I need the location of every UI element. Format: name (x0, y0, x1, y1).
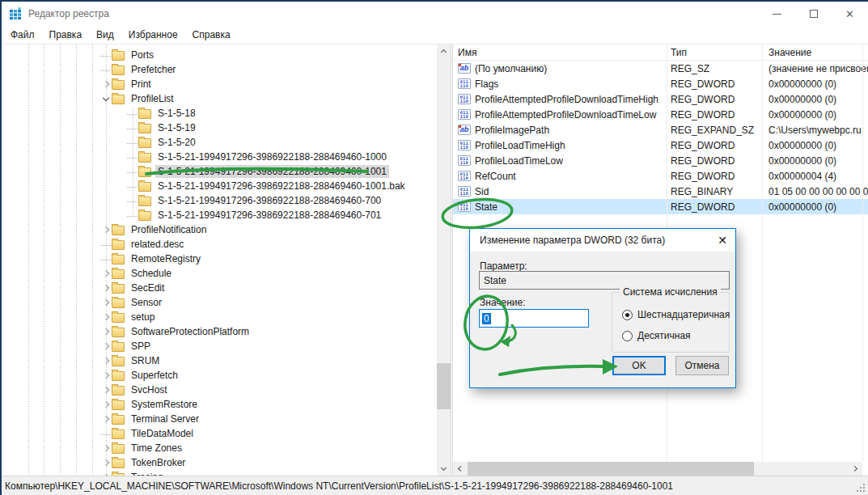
chevron-right-icon[interactable] (100, 384, 112, 396)
value-row[interactable]: 011110SidREG_BINARY01 05 00 00 00 00 00 … (453, 184, 868, 199)
chevron-right-icon[interactable] (100, 341, 112, 352)
value-type: REG_DWORD (667, 94, 762, 105)
tree-item[interactable]: SecEdit (2, 281, 437, 295)
chevron-right-icon[interactable] (100, 268, 112, 279)
tree-item-label: TokenBroker (129, 456, 188, 469)
menu-help[interactable]: Справка (185, 28, 238, 42)
tree-item[interactable]: ProfileList (2, 91, 437, 106)
tree-item[interactable]: SystemRestore (2, 397, 437, 412)
column-header-name[interactable]: Имя (453, 47, 667, 58)
menu-view[interactable]: Вид (89, 28, 121, 42)
chevron-right-icon[interactable] (100, 326, 112, 337)
folder-icon (112, 226, 125, 235)
scroll-left-icon[interactable] (453, 462, 467, 476)
list-horizontal-scrollbar[interactable] (453, 462, 862, 476)
column-header-value[interactable]: Значение (762, 47, 868, 58)
tree-item[interactable]: ProfileNotification (2, 222, 437, 237)
column-separator[interactable] (862, 44, 863, 462)
tree-item[interactable]: S-1-5-20 (2, 135, 437, 150)
value-row[interactable]: 011110ProfileAttemptedProfileDownloadTim… (453, 91, 868, 107)
chevron-right-icon[interactable] (100, 399, 112, 410)
value-row[interactable]: ab(По умолчанию)REG_SZ(значение не присв… (453, 61, 868, 76)
scroll-right-icon[interactable] (849, 462, 862, 476)
tree-item[interactable]: TileDataModel (2, 426, 437, 441)
tree-item[interactable]: S-1-5-21-1994917296-3986922188-288469460… (2, 150, 437, 164)
value-input[interactable]: 0 (479, 309, 589, 328)
chevron-right-icon[interactable] (100, 442, 112, 454)
tree-item[interactable]: SvcHost (2, 383, 437, 397)
tree-item-label: SecEdit (129, 281, 167, 294)
menu-file[interactable]: Файл (3, 28, 42, 42)
value-type: REG_DWORD (667, 171, 762, 182)
value-name: ProfileAttemptedProfileDownloadTimeLow (475, 109, 656, 121)
chevron-right-icon[interactable] (100, 413, 112, 425)
scrollbar-thumb[interactable] (468, 462, 754, 476)
value-row[interactable]: 011110FlagsREG_DWORD0x00000000 (0) (453, 76, 868, 91)
tree-item[interactable]: Schedule (2, 266, 437, 281)
menu-edit[interactable]: Правка (42, 28, 90, 42)
tree-item[interactable]: S-1-5-19 (2, 121, 437, 135)
value-row[interactable]: abProfileImagePathREG_EXPAND_SZC:\Users\… (453, 122, 868, 138)
tree-item[interactable]: S-1-5-21-1994917296-3986922188-288469460… (2, 208, 437, 222)
value-row[interactable]: 011110ProfileLoadTimeHighREG_DWORD0x0000… (453, 138, 868, 153)
value-name-cell: 011110RefCount (453, 171, 667, 182)
tree-item[interactable]: RemoteRegistry (2, 252, 437, 266)
tree-item[interactable]: Superfetch (2, 368, 437, 383)
radio-option[interactable]: Шестнадцатеричная (622, 309, 730, 320)
chevron-right-icon[interactable] (100, 282, 112, 294)
scrollbar-thumb[interactable] (437, 363, 451, 409)
dialog-title: Изменение параметра DWORD (32 бита) (480, 235, 665, 246)
maximize-button[interactable] (795, 2, 832, 26)
tree-item[interactable]: Terminal Server (2, 412, 437, 426)
scroll-down-icon[interactable] (437, 462, 451, 476)
tree-item[interactable]: S-1-5-18 (2, 106, 437, 121)
column-separator[interactable] (762, 44, 763, 462)
chevron-right-icon[interactable] (100, 297, 112, 308)
tree-item[interactable]: S-1-5-21-1994917296-3986922188-288469460… (2, 193, 437, 208)
chevron-right-icon[interactable] (100, 311, 112, 323)
radio-option[interactable]: Десятичная (622, 330, 691, 341)
tree-item[interactable]: TokenBroker (2, 455, 437, 470)
tree-item[interactable]: Print (2, 77, 437, 91)
tree-item[interactable]: Tracing (2, 470, 437, 476)
ok-button[interactable]: OK (612, 356, 666, 375)
value-row[interactable]: 011110ProfileAttemptedProfileDownloadTim… (453, 107, 868, 122)
tree-item[interactable]: SoftwareProtectionPlatform (2, 324, 437, 339)
tree-item[interactable]: Ports (2, 48, 437, 62)
tree-vertical-scrollbar[interactable] (437, 44, 451, 476)
tree-item[interactable]: SRUM (2, 353, 437, 368)
chevron-right-icon[interactable] (100, 78, 112, 90)
cancel-button[interactable]: Отмена (675, 356, 729, 375)
chevron-right-icon[interactable] (100, 355, 112, 366)
folder-icon (138, 182, 151, 192)
dialog-close-icon[interactable]: ✕ (718, 235, 727, 246)
resize-grip-icon[interactable] (863, 490, 865, 492)
tree-item[interactable]: SPP (2, 339, 437, 353)
column-header-type[interactable]: Тип (667, 47, 762, 58)
chevron-right-icon[interactable] (100, 457, 112, 468)
tree-item[interactable]: S-1-5-21-1994917296-3986922188-288469460… (2, 179, 437, 193)
menu-favorites[interactable]: Избранное (121, 28, 185, 42)
value-name-cell: 011110ProfileLoadTimeLow (453, 155, 667, 167)
scrollbar-track[interactable] (467, 462, 849, 476)
chevron-right-icon[interactable] (100, 224, 112, 235)
radio-unselected-icon[interactable] (622, 331, 633, 341)
tree-item-label: S-1-5-21-1994917296-3986922188-288469460… (155, 194, 383, 207)
tree-item[interactable]: Sensor (2, 295, 437, 310)
minimize-button[interactable] (759, 2, 795, 26)
tree-item[interactable]: Prefetcher (2, 62, 437, 77)
tree-item-label: ProfileNotification (129, 223, 209, 236)
radio-selected-icon[interactable] (622, 310, 633, 320)
value-row[interactable]: 011110RefCountREG_DWORD0x00000004 (4) (453, 168, 868, 184)
tree-item[interactable]: related.desc (2, 237, 437, 252)
scroll-up-icon[interactable] (437, 44, 451, 58)
tree-connector (127, 166, 138, 177)
close-button[interactable]: ✕ (832, 2, 868, 26)
tree-item[interactable]: setup (2, 310, 437, 324)
tree-item[interactable]: S-1-5-21-1994917296-3986922188-288469460… (2, 164, 437, 179)
value-row[interactable]: 011110StateREG_DWORD0x00000000 (0) (453, 199, 868, 214)
value-row[interactable]: 011110ProfileLoadTimeLowREG_DWORD0x00000… (453, 153, 868, 168)
chevron-right-icon[interactable] (100, 370, 112, 381)
chevron-down-icon[interactable] (100, 93, 112, 104)
tree-item[interactable]: Time Zones (2, 441, 437, 455)
